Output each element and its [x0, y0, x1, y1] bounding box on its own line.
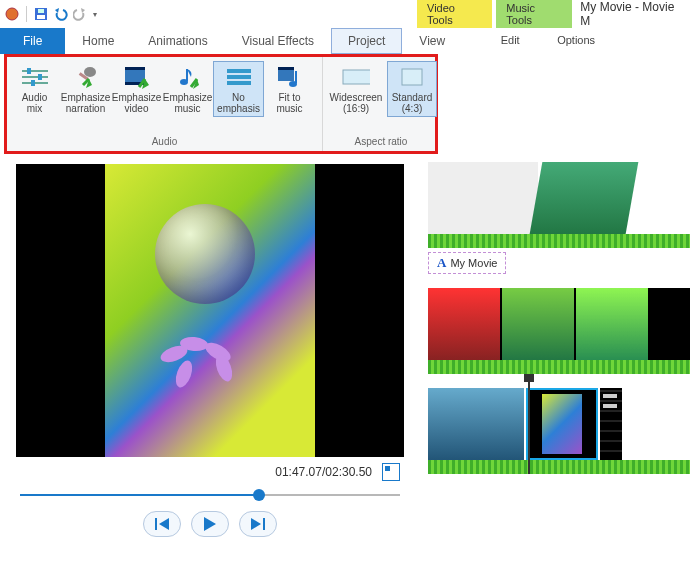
sliders-icon	[21, 64, 49, 90]
equal-bars-icon	[225, 64, 253, 90]
menu-project[interactable]: Project	[331, 28, 402, 54]
svg-rect-4	[22, 70, 48, 72]
fit-music-icon	[276, 64, 304, 90]
svg-point-15	[180, 79, 188, 85]
flower-graphic	[160, 337, 250, 397]
ribbon-group-aspect-ratio: Widescreen (16:9) Standard (4:3) Aspect …	[323, 57, 439, 151]
emphasize-music-button[interactable]: Emphasize music	[162, 61, 213, 117]
no-emphasis-button[interactable]: No emphasis	[213, 61, 264, 117]
standard-button[interactable]: Standard (4:3)	[387, 61, 437, 117]
fit-to-music-button[interactable]: Fit to music	[264, 61, 315, 117]
music-note-icon	[174, 64, 202, 90]
menu-view[interactable]: View	[402, 28, 462, 54]
emphasize-narration-button[interactable]: Emphasize narration	[60, 61, 111, 117]
ribbon-group-audio-label: Audio	[7, 134, 322, 151]
next-frame-button[interactable]	[239, 511, 277, 537]
svg-rect-13	[125, 67, 145, 70]
menu-home[interactable]: Home	[65, 28, 131, 54]
svg-rect-3	[38, 9, 44, 13]
prev-frame-button[interactable]	[143, 511, 181, 537]
svg-rect-9	[31, 80, 35, 86]
emphasize-music-label: Emphasize music	[163, 92, 212, 114]
redo-icon[interactable]	[73, 6, 89, 22]
audio-mix-label: Audio mix	[22, 92, 48, 114]
microphone-icon	[72, 64, 100, 90]
preview-pane: 01:47.07/02:30.50	[0, 154, 420, 572]
app-icon	[4, 6, 20, 22]
timeline-clip-1[interactable]: A My Movie	[428, 162, 690, 274]
emphasize-narration-label: Emphasize narration	[61, 92, 110, 114]
filmstrip-icon	[123, 64, 151, 90]
no-emphasis-label: No emphasis	[217, 92, 260, 114]
menu-file[interactable]: File	[0, 28, 65, 54]
music-tools-tab[interactable]: Music Tools	[496, 0, 572, 30]
project-ribbon: Audio mix Emphasize narration Emphasize …	[4, 54, 438, 154]
timeline-pane: A My Movie	[420, 154, 690, 572]
svg-point-21	[289, 81, 297, 87]
time-display: 01:47.07/02:30.50	[275, 465, 372, 479]
playback-controls	[16, 511, 404, 537]
playhead[interactable]	[528, 380, 530, 474]
qat-dropdown-icon[interactable]: ▾	[93, 10, 97, 19]
fit-to-music-label: Fit to music	[276, 92, 302, 114]
text-style-icon: A	[437, 255, 446, 271]
title-card-chip[interactable]: A My Movie	[428, 252, 506, 274]
play-button[interactable]	[191, 511, 229, 537]
svg-rect-24	[155, 518, 157, 530]
menu-visual-effects[interactable]: Visual Effects	[225, 28, 331, 54]
window-title: My Movie - Movie M	[580, 0, 686, 28]
widescreen-button[interactable]: Widescreen (16:9)	[325, 61, 387, 117]
audio-mix-button[interactable]: Audio mix	[9, 61, 60, 117]
emphasize-video-button[interactable]: Emphasize video	[111, 61, 162, 117]
title-card-label: My Movie	[450, 257, 497, 269]
svg-rect-8	[38, 74, 42, 80]
svg-rect-22	[343, 70, 370, 84]
svg-point-0	[6, 8, 18, 20]
quick-access-toolbar: ▾	[4, 6, 97, 22]
svg-rect-5	[22, 76, 48, 78]
svg-rect-17	[227, 75, 251, 79]
title-bar: ▾ Video Tools Music Tools My Movie - Mov…	[0, 0, 690, 28]
svg-rect-25	[263, 518, 265, 530]
video-tools-tab[interactable]: Video Tools	[417, 0, 492, 30]
separator	[26, 6, 27, 22]
save-icon[interactable]	[33, 6, 49, 22]
seek-slider[interactable]	[20, 487, 400, 503]
menu-animations[interactable]: Animations	[131, 28, 224, 54]
ribbon-group-aspect-label: Aspect ratio	[323, 134, 439, 151]
svg-point-10	[84, 67, 96, 77]
standard-ratio-icon	[398, 64, 426, 90]
svg-rect-20	[278, 67, 294, 70]
ribbon-group-audio: Audio mix Emphasize narration Emphasize …	[7, 57, 323, 151]
selected-clip[interactable]	[526, 388, 598, 460]
timeline-clip-2[interactable]	[428, 288, 690, 374]
emphasize-video-label: Emphasize video	[112, 92, 161, 114]
widescreen-label: Widescreen (16:9)	[330, 92, 383, 114]
widescreen-icon	[342, 64, 370, 90]
bubble-graphic	[155, 204, 255, 304]
menu-bar: File Home Animations Visual Effects Proj…	[0, 28, 690, 54]
svg-rect-18	[227, 81, 251, 85]
fullscreen-icon[interactable]	[382, 463, 400, 481]
timeline-clip-3[interactable]	[428, 388, 690, 474]
preview-image	[105, 164, 315, 457]
contextual-tool-tabs: Video Tools Music Tools	[417, 0, 572, 30]
svg-rect-23	[402, 69, 422, 85]
submenu-edit[interactable]: Edit	[480, 28, 540, 54]
undo-icon[interactable]	[53, 6, 69, 22]
svg-rect-7	[27, 68, 31, 74]
submenu-options[interactable]: Options	[540, 28, 610, 54]
preview-frame	[16, 164, 404, 457]
standard-label: Standard (4:3)	[392, 92, 433, 114]
svg-rect-2	[37, 15, 45, 19]
svg-rect-16	[227, 69, 251, 73]
